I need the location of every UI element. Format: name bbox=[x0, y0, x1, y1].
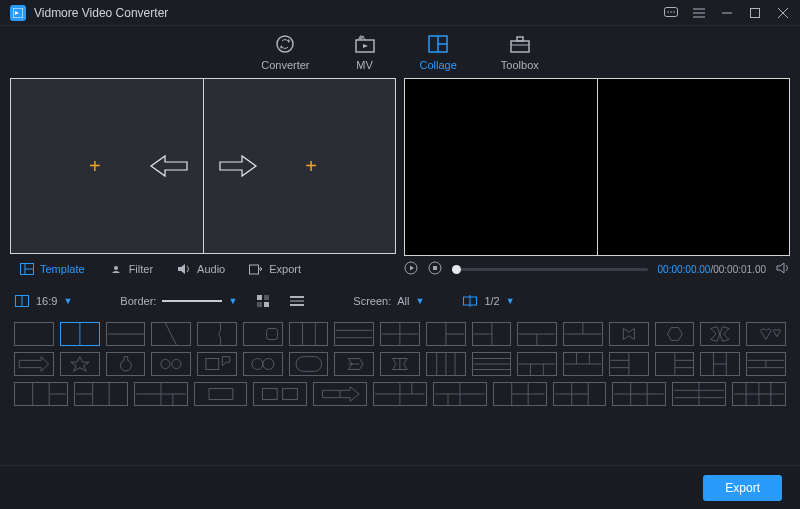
template-cell[interactable] bbox=[14, 382, 68, 406]
template-cell[interactable] bbox=[433, 382, 487, 406]
svg-rect-114 bbox=[263, 389, 278, 400]
template-cell[interactable] bbox=[563, 322, 603, 346]
chevron-down-icon: ▼ bbox=[506, 296, 515, 306]
template-cell[interactable] bbox=[700, 352, 740, 376]
template-cell[interactable] bbox=[14, 352, 54, 376]
template-cell[interactable] bbox=[197, 352, 237, 376]
svg-rect-24 bbox=[517, 37, 523, 41]
feedback-icon[interactable] bbox=[664, 6, 678, 20]
svg-marker-72 bbox=[222, 357, 229, 366]
template-cell[interactable] bbox=[563, 352, 603, 376]
svg-rect-30 bbox=[250, 265, 259, 274]
template-cell[interactable] bbox=[672, 382, 726, 406]
close-icon[interactable] bbox=[776, 6, 790, 20]
minimize-icon[interactable] bbox=[720, 6, 734, 20]
template-cell[interactable] bbox=[106, 322, 146, 346]
template-cell[interactable] bbox=[134, 382, 188, 406]
border-dropdown[interactable]: Border: ▼ bbox=[120, 295, 237, 307]
template-cell[interactable] bbox=[609, 352, 649, 376]
template-cell[interactable] bbox=[151, 322, 191, 346]
nav-converter[interactable]: Converter bbox=[261, 33, 309, 71]
template-cell[interactable] bbox=[253, 382, 307, 406]
tab-template[interactable]: Template bbox=[20, 262, 85, 276]
preview-panel bbox=[404, 78, 790, 256]
split-dropdown[interactable]: 1/2 ▼ bbox=[462, 293, 514, 309]
template-cell[interactable] bbox=[612, 382, 666, 406]
menu-icon[interactable] bbox=[692, 6, 706, 20]
template-cell[interactable] bbox=[243, 322, 283, 346]
template-cell[interactable] bbox=[151, 352, 191, 376]
add-icon[interactable]: + bbox=[89, 155, 101, 178]
template-cell[interactable] bbox=[517, 352, 557, 376]
template-cell[interactable] bbox=[426, 322, 466, 346]
nav-collage[interactable]: Collage bbox=[420, 33, 457, 71]
template-cell[interactable] bbox=[106, 352, 146, 376]
template-cell[interactable] bbox=[426, 352, 466, 376]
template-cell[interactable] bbox=[289, 352, 329, 376]
template-cell[interactable] bbox=[373, 382, 427, 406]
template-cell[interactable] bbox=[197, 322, 237, 346]
svg-rect-75 bbox=[296, 357, 322, 372]
template-cell[interactable] bbox=[313, 382, 367, 406]
maximize-icon[interactable] bbox=[748, 6, 762, 20]
split-label: 1/2 bbox=[484, 295, 499, 307]
template-cell[interactable] bbox=[194, 382, 248, 406]
template-cell[interactable] bbox=[289, 322, 329, 346]
chevron-down-icon: ▼ bbox=[228, 296, 237, 306]
svg-marker-67 bbox=[19, 357, 48, 372]
template-cell[interactable] bbox=[493, 382, 547, 406]
template-cell[interactable] bbox=[380, 322, 420, 346]
bottom-bar: Export bbox=[0, 465, 800, 509]
template-cell[interactable] bbox=[553, 382, 607, 406]
template-cell[interactable] bbox=[655, 322, 695, 346]
export-button[interactable]: Export bbox=[703, 475, 782, 501]
app-title: Vidmore Video Converter bbox=[34, 6, 168, 20]
template-cell[interactable] bbox=[700, 322, 740, 346]
template-cell[interactable] bbox=[655, 352, 695, 376]
nav-toolbox[interactable]: Toolbox bbox=[501, 33, 539, 71]
template-cell[interactable] bbox=[60, 322, 100, 346]
svg-rect-34 bbox=[433, 266, 437, 270]
template-cell[interactable] bbox=[14, 322, 54, 346]
collage-slot-right[interactable]: + bbox=[204, 79, 396, 253]
seek-bar[interactable] bbox=[452, 268, 648, 271]
template-cell[interactable] bbox=[380, 352, 420, 376]
template-cell[interactable] bbox=[517, 322, 557, 346]
template-cell[interactable] bbox=[472, 352, 512, 376]
audio-icon bbox=[177, 262, 191, 276]
svg-point-5 bbox=[673, 11, 675, 13]
collage-canvas[interactable]: + + bbox=[10, 78, 396, 254]
template-cell[interactable] bbox=[60, 352, 100, 376]
template-cell[interactable] bbox=[746, 352, 786, 376]
tab-audio[interactable]: Audio bbox=[177, 262, 225, 276]
template-cell[interactable] bbox=[609, 322, 649, 346]
screen-dropdown[interactable]: Screen: All ▼ bbox=[353, 295, 424, 307]
play-icon[interactable] bbox=[404, 261, 418, 277]
border-preview bbox=[162, 300, 222, 302]
template-cell[interactable] bbox=[243, 352, 283, 376]
border-style-icon[interactable] bbox=[289, 293, 305, 309]
nav-mv[interactable]: MV bbox=[354, 33, 376, 71]
template-cell[interactable] bbox=[472, 322, 512, 346]
svg-point-70 bbox=[172, 359, 181, 368]
volume-icon[interactable] bbox=[776, 262, 790, 276]
stop-icon[interactable] bbox=[428, 261, 442, 277]
template-cell[interactable] bbox=[746, 322, 786, 346]
svg-point-69 bbox=[161, 359, 170, 368]
titlebar: Vidmore Video Converter bbox=[0, 0, 800, 26]
tab-export[interactable]: Export bbox=[249, 262, 301, 276]
border-color-icon[interactable] bbox=[255, 293, 271, 309]
preview-controls: 00:00:00.00/00:00:01.00 bbox=[404, 256, 790, 282]
add-icon[interactable]: + bbox=[305, 155, 317, 178]
seek-knob[interactable] bbox=[452, 265, 461, 274]
tab-filter[interactable]: Filter bbox=[109, 262, 153, 276]
template-cell[interactable] bbox=[334, 352, 374, 376]
template-cell[interactable] bbox=[334, 322, 374, 346]
aspect-ratio-dropdown[interactable]: 16:9 ▼ bbox=[14, 293, 72, 309]
collage-icon bbox=[427, 33, 449, 55]
svg-point-74 bbox=[263, 359, 274, 370]
template-cell[interactable] bbox=[732, 382, 786, 406]
template-cell[interactable] bbox=[74, 382, 128, 406]
svg-point-3 bbox=[667, 11, 669, 13]
collage-slot-left[interactable]: + bbox=[11, 79, 204, 253]
